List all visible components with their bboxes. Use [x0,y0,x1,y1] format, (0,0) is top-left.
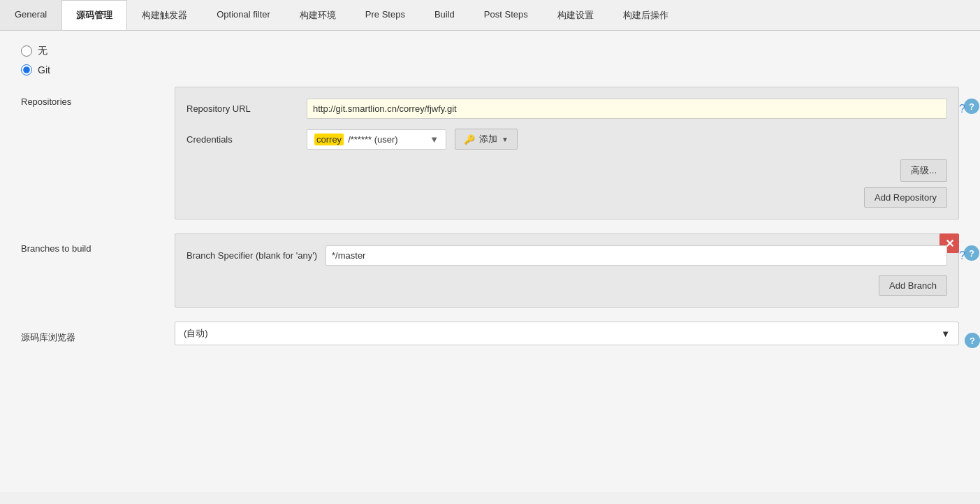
branch-specifier-row: Branch Specifier (blank for 'any') ? [187,245,947,266]
content-area: 无 Git Repositories ? Repository URL ? Cr… [0,31,980,492]
tab-general[interactable]: General [0,0,61,30]
repo-url-input[interactable] [307,99,947,119]
tab-source-management[interactable]: 源码管理 [61,0,127,30]
source-browser-label: 源码库浏览器 [21,322,175,344]
branches-panel: ✕ ? Branch Specifier (blank for 'any') ?… [175,233,959,308]
branches-help-icon[interactable]: ? [964,245,979,261]
add-credentials-label: 添加 [479,133,497,145]
advanced-button[interactable]: 高级... [900,159,947,182]
branch-specifier-wrapper: ? [326,245,947,266]
repositories-label: Repositories [21,87,175,107]
scm-none-label: 无 [38,45,47,57]
scm-none-row: 无 [21,45,959,57]
credentials-chevron-icon: ▼ [430,134,439,145]
add-credentials-button[interactable]: 🔑 添加 ▼ [455,129,518,150]
repositories-help-icon[interactable]: ? [964,99,979,114]
tab-optional-filter[interactable]: Optional filter [202,0,285,30]
add-credentials-dropdown-arrow: ▼ [502,136,509,143]
source-browser-section: 源码库浏览器 (自动) ▼ ? [21,322,959,345]
add-branch-btn-row: Add Branch [187,275,947,296]
credentials-label: Credentials [187,134,298,145]
tab-build-settings[interactable]: 构建设置 [543,0,608,30]
tab-build-env[interactable]: 构建环境 [285,0,351,30]
scm-git-radio[interactable] [21,64,32,75]
branch-specifier-label: Branch Specifier (blank for 'any') [187,250,317,261]
tabs-bar: General 源码管理 构建触发器 Optional filter 构建环境 … [0,0,980,31]
repositories-section: Repositories ? Repository URL ? Credenti… [21,87,959,219]
key-icon: 🔑 [464,134,475,145]
repo-url-row: Repository URL ? [187,99,947,119]
add-repo-btn-row: Add Repository [187,187,947,208]
scm-git-row: Git [21,64,959,75]
scm-git-label: Git [38,64,50,75]
credentials-highlighted-text: correy [314,134,344,145]
credentials-row: Credentials correy /****** (user) ▼ 🔑 添加… [187,129,947,150]
repo-url-help-icon[interactable]: ? [959,103,965,115]
credentials-controls: correy /****** (user) ▼ 🔑 添加 ▼ [307,129,518,150]
tab-build[interactable]: Build [420,0,469,30]
scm-radio-group: 无 Git [21,45,959,75]
source-browser-value: (自动) [184,327,208,340]
credentials-suffix: /****** (user) [348,134,398,145]
source-browser-select[interactable]: (自动) ▼ [175,322,959,345]
add-repository-button[interactable]: Add Repository [864,187,947,208]
source-browser-wrapper: (自动) ▼ ? [175,322,959,345]
branches-section: Branches to build ✕ ? Branch Specifier (… [21,233,959,308]
advanced-btn-row: 高级... [187,159,947,182]
credentials-dropdown[interactable]: correy /****** (user) ▼ [307,129,446,150]
source-browser-chevron-icon: ▼ [941,329,950,339]
branch-specifier-help-icon[interactable]: ? [959,250,965,262]
scm-none-radio[interactable] [21,45,32,57]
repositories-panel: ? Repository URL ? Credentials correy /*… [175,87,959,219]
repo-url-wrapper: ? [307,99,947,119]
add-branch-button[interactable]: Add Branch [879,275,947,296]
source-browser-help-icon[interactable]: ? [965,333,980,348]
tab-post-build[interactable]: 构建后操作 [608,0,683,30]
repo-url-label: Repository URL [187,103,298,114]
branch-specifier-input[interactable] [326,245,947,266]
tab-post-steps[interactable]: Post Steps [469,0,543,30]
branches-label: Branches to build [21,233,175,254]
tab-build-triggers[interactable]: 构建触发器 [127,0,202,30]
tab-pre-steps[interactable]: Pre Steps [351,0,420,30]
